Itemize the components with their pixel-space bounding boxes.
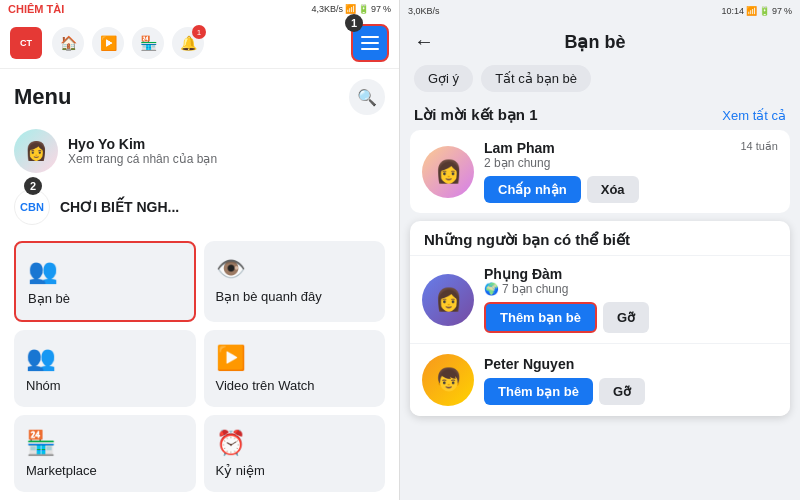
suggest-section-header: Những người bạn có thể biết	[410, 221, 790, 256]
suggest-dropdown: Những người bạn có thể biết 👩 Phụng Đàm …	[410, 221, 790, 416]
grid-label-kyniem: Kỷ niệm	[216, 463, 374, 478]
suggest-name-2: Peter Nguyen	[484, 356, 778, 372]
section-header-loi-moi: Lời mời kết bạn 1 Xem tất cả	[410, 100, 790, 130]
grid-item-marketplace[interactable]: 🏪 Marketplace	[14, 415, 196, 492]
user-profile[interactable]: 👩 Hyo Yo Kim Xem trang cá nhân của bạn	[0, 121, 399, 181]
right-signal-icon: 📶	[746, 6, 757, 16]
right-header: ← Bạn bè	[400, 22, 800, 61]
delete-button[interactable]: Xóa	[587, 176, 639, 203]
friend-avatar: 👩	[422, 146, 474, 198]
remove-button-1[interactable]: Gỡ	[603, 302, 649, 333]
grid-item-ban-be[interactable]: 👥 Bạn bè	[14, 241, 196, 322]
suggest-title: Những người bạn có thể biết	[424, 231, 630, 248]
bell-icon[interactable]: 🔔 1	[172, 27, 204, 59]
left-status-icons: 4,3KB/s 📶 🔋 97%	[311, 4, 391, 14]
grid-item-kyniem[interactable]: ⏰ Kỷ niệm	[204, 415, 386, 492]
ct-brand: CHIÊM TÀI	[8, 3, 64, 15]
step1-badge: 1	[345, 14, 363, 32]
back-button[interactable]: ←	[414, 30, 434, 53]
menu-header: Menu 🔍	[0, 69, 399, 121]
nearby-icon: 👁️	[216, 255, 374, 283]
ct-logo: CT	[10, 27, 42, 59]
left-panel: CHIÊM TÀI 4,3KB/s 📶 🔋 97% CT 🏠 ▶️ 🏪 🔔 1	[0, 0, 400, 500]
grid-label-video: Video trên Watch	[216, 378, 374, 393]
menu-title: Menu	[14, 84, 71, 110]
status-bar-left: CHIÊM TÀI 4,3KB/s 📶 🔋 97%	[0, 0, 399, 18]
notification-badge: 1	[192, 25, 206, 39]
suggest-mutual-text-1: 7 bạn chung	[502, 282, 568, 296]
suggest-btns-2: Thêm bạn bè Gỡ	[484, 378, 778, 405]
search-button[interactable]: 🔍	[349, 79, 385, 115]
user-name: Hyo Yo Kim	[68, 136, 217, 152]
suggest-avatar-2: 👦	[422, 354, 474, 406]
suggest-avatar-1: 👩	[422, 274, 474, 326]
right-status-left: 3,0KB/s	[408, 6, 440, 16]
page-item[interactable]: CBN CHƠI BIẾT NGH... 2	[0, 181, 399, 233]
right-battery-icon: 🔋	[759, 6, 770, 16]
grid-item-nearby[interactable]: 👁️ Bạn bè quanh đây	[204, 241, 386, 322]
right-title: Bạn bè	[448, 31, 742, 53]
user-sub: Xem trang cá nhân của bạn	[68, 152, 217, 166]
step2-badge: 2	[24, 177, 42, 195]
menu-btn-relative: 1	[351, 24, 389, 62]
speed-indicator: 4,3KB/s	[311, 4, 343, 14]
suggest-mutual-1: 🌍 7 bạn chung	[484, 282, 778, 296]
suggest-name-1: Phụng Đàm	[484, 266, 778, 282]
page-label: CHƠI BIẾT NGH...	[60, 199, 179, 215]
grid-label-nearby: Bạn bè quanh đây	[216, 289, 374, 304]
suggest-btns-1: Thêm bạn bè Gỡ	[484, 302, 778, 333]
see-all-link[interactable]: Xem tất cả	[722, 108, 786, 123]
status-bar-right: 3,0KB/s 10:14 📶 🔋 97%	[400, 0, 800, 22]
right-time: 10:14	[721, 6, 744, 16]
right-battery-val: 97	[772, 6, 782, 16]
user-info: Hyo Yo Kim Xem trang cá nhân của bạn	[68, 136, 217, 166]
tab-bar: Gợi ý Tất cả bạn bè	[400, 61, 800, 100]
friend-request-card: 👩 Lam Pham 2 bạn chung Chấp nhận Xóa 14 …	[410, 130, 790, 213]
suggest-info-2: Peter Nguyen Thêm bạn bè Gỡ	[484, 356, 778, 405]
tab-goi-y[interactable]: Gợi ý	[414, 65, 473, 92]
marketplace-icon: 🏪	[26, 429, 184, 457]
signal-icon: 📶	[345, 4, 356, 14]
suggest-item-phung-dam: 👩 Phụng Đàm 🌍 7 bạn chung Thêm bạn bè Gỡ	[410, 256, 790, 343]
remove-button-2[interactable]: Gỡ	[599, 378, 645, 405]
battery-value: 97	[371, 4, 381, 14]
battery-icon: 🔋	[358, 4, 369, 14]
grid-menu: 👥 Bạn bè 👁️ Bạn bè quanh đây 👥 Nhóm ▶️ V…	[0, 233, 399, 500]
top-nav: CT 🏠 ▶️ 🏪 🔔 1 1	[0, 18, 399, 69]
suggest-info-1: Phụng Đàm 🌍 7 bạn chung Thêm bạn bè Gỡ	[484, 266, 778, 333]
grid-label-nhom: Nhóm	[26, 378, 184, 393]
grid-item-video[interactable]: ▶️ Video trên Watch	[204, 330, 386, 407]
suggest-item-peter: 👦 Peter Nguyen Thêm bạn bè Gỡ	[410, 343, 790, 416]
accept-button[interactable]: Chấp nhận	[484, 176, 581, 203]
play-icon[interactable]: ▶️	[92, 27, 124, 59]
friends-icon: 👥	[28, 257, 182, 285]
home-icon[interactable]: 🏠	[52, 27, 84, 59]
add-friend-button-2[interactable]: Thêm bạn bè	[484, 378, 593, 405]
action-btns: Chấp nhận Xóa	[484, 176, 730, 203]
friend-mutual: 2 bạn chung	[484, 156, 730, 170]
user-avatar: 👩	[14, 129, 58, 173]
friend-name: Lam Pham	[484, 140, 730, 156]
menu-button-wrapper: 1	[351, 24, 389, 62]
add-friend-button-1[interactable]: Thêm bạn bè	[484, 302, 597, 333]
friend-info: Lam Pham 2 bạn chung Chấp nhận Xóa	[484, 140, 730, 203]
right-content: Lời mời kết bạn 1 Xem tất cả 👩 Lam Pham …	[400, 100, 800, 500]
loi-moi-title: Lời mời kết bạn 1	[414, 106, 538, 124]
right-status-right: 10:14 📶 🔋 97%	[721, 6, 792, 16]
right-panel: 3,0KB/s 10:14 📶 🔋 97% ← Bạn bè Gợi ý Tất…	[400, 0, 800, 500]
group-icon: 👥	[26, 344, 184, 372]
hamburger-icon	[361, 36, 379, 50]
nav-icons: 🏠 ▶️ 🏪 🔔 1	[52, 27, 341, 59]
memory-icon: ⏰	[216, 429, 374, 457]
tab-tat-ca[interactable]: Tất cả bạn bè	[481, 65, 591, 92]
video-icon: ▶️	[216, 344, 374, 372]
right-speed: 3,0KB/s	[408, 6, 440, 16]
grid-item-nhom[interactable]: 👥 Nhóm	[14, 330, 196, 407]
grid-label-ban-be: Bạn bè	[28, 291, 182, 306]
friend-time: 14 tuần	[740, 140, 778, 153]
grid-label-marketplace: Marketplace	[26, 463, 184, 478]
store-icon[interactable]: 🏪	[132, 27, 164, 59]
